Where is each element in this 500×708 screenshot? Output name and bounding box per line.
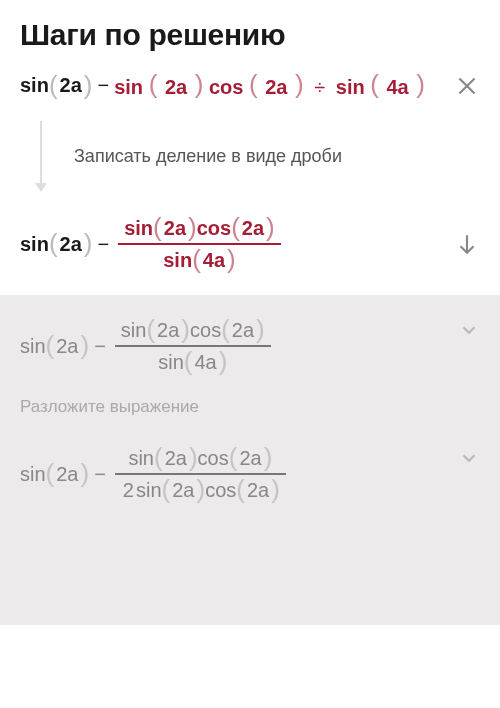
expression-result: sin ( 2a ) − sin ( 2a ) cos ( 2a ) sin xyxy=(20,213,285,275)
paren-open: ( xyxy=(46,460,55,486)
fraction: sin ( 2a ) cos ( 2a ) sin ( 4a ) xyxy=(118,213,281,275)
paren-close: ) xyxy=(189,444,198,470)
arg: 2a xyxy=(54,463,80,486)
arg: 2a xyxy=(240,217,266,240)
fn-sin: sin xyxy=(158,351,184,374)
arg: 2a xyxy=(155,319,181,342)
paren-open: ( xyxy=(184,348,193,374)
arg: 2a xyxy=(163,447,189,470)
arg: 2a xyxy=(162,217,188,240)
minus-op: − xyxy=(89,463,111,486)
step-hint: Разложите выражение xyxy=(20,397,480,417)
paren-close: ) xyxy=(84,72,93,98)
arg: 4a xyxy=(201,249,227,272)
paren-open: ( xyxy=(229,444,238,470)
paren-open: ( xyxy=(249,69,258,99)
chevron-down-icon[interactable] xyxy=(458,319,480,341)
paren-close: ) xyxy=(227,246,236,272)
page-title: Шаги по решению xyxy=(20,18,480,52)
arg: 4a xyxy=(385,76,411,98)
paren-open: ( xyxy=(154,444,163,470)
paren-close: ) xyxy=(271,476,280,502)
paren-open: ( xyxy=(221,316,230,342)
fn-sin: sin xyxy=(336,76,365,98)
fn-cos: cos xyxy=(209,76,243,98)
fn-cos: cos xyxy=(205,479,236,502)
paren-close: ) xyxy=(264,444,273,470)
arg: 2a xyxy=(163,76,189,98)
minus-op: − xyxy=(93,74,115,97)
fn-sin: sin xyxy=(20,74,49,97)
arg: 2a xyxy=(237,447,263,470)
fn-cos: cos xyxy=(198,447,229,470)
arrow-down-icon[interactable] xyxy=(454,231,480,257)
paren-close: ) xyxy=(81,460,90,486)
arg: 2a xyxy=(230,319,256,342)
fn-cos: cos xyxy=(197,217,231,240)
paren-close: ) xyxy=(219,348,228,374)
paren-open: ( xyxy=(146,316,155,342)
paren-open: ( xyxy=(49,230,58,256)
flow-arrow-icon xyxy=(26,121,56,191)
div-op: ÷ xyxy=(309,76,330,98)
arg: 2a xyxy=(245,479,271,502)
minus-op: − xyxy=(89,335,111,358)
paren-open: ( xyxy=(231,214,240,240)
fn-sin: sin xyxy=(20,335,46,358)
arg: 2a xyxy=(58,74,84,97)
coef: 2 xyxy=(121,479,136,502)
paren-open: ( xyxy=(149,69,158,99)
fn-sin: sin xyxy=(124,217,153,240)
paren-close: ) xyxy=(295,69,304,99)
paren-close: ) xyxy=(81,332,90,358)
step-hint: Записать деление в виде дроби xyxy=(74,146,342,167)
arg: 4a xyxy=(192,351,218,374)
expression-input: sin ( 2a ) − sin ( 2a ) cos ( 2a ) ÷ sin… xyxy=(20,72,425,99)
fn-sin: sin xyxy=(163,249,192,272)
paren-open: ( xyxy=(46,332,55,358)
paren-close: ) xyxy=(195,69,204,99)
faded-expression: sin ( 2a ) − sin ( 2a ) cos ( 2a ) sin xyxy=(20,315,275,377)
arg: 2a xyxy=(54,335,80,358)
fn-sin: sin xyxy=(136,479,162,502)
close-icon[interactable] xyxy=(454,73,480,99)
chevron-down-icon[interactable] xyxy=(458,447,480,469)
arg: 2a xyxy=(170,479,196,502)
fn-sin: sin xyxy=(121,319,147,342)
paren-close: ) xyxy=(266,214,275,240)
paren-open: ( xyxy=(162,476,171,502)
arg: 2a xyxy=(58,233,84,256)
paren-close: ) xyxy=(181,316,190,342)
paren-open: ( xyxy=(236,476,245,502)
paren-open: ( xyxy=(192,246,201,272)
arg: 2a xyxy=(263,76,289,98)
paren-open: ( xyxy=(370,69,379,99)
paren-close: ) xyxy=(416,69,425,99)
fn-sin: sin xyxy=(20,463,46,486)
fraction: sin ( 2a ) cos ( 2a ) sin ( 4a ) xyxy=(115,315,271,377)
fraction: sin ( 2a ) cos ( 2a ) 2 sin ( 2a ) cos xyxy=(115,443,286,505)
paren-close: ) xyxy=(196,476,205,502)
faded-expression: sin ( 2a ) − sin ( 2a ) cos ( 2a ) 2 xyxy=(20,443,290,505)
paren-close: ) xyxy=(256,316,265,342)
fn-sin: sin xyxy=(114,76,143,98)
paren-close: ) xyxy=(188,214,197,240)
fn-cos: cos xyxy=(190,319,221,342)
fn-sin: sin xyxy=(128,447,154,470)
fn-sin: sin xyxy=(20,233,49,256)
minus-op: − xyxy=(93,233,115,256)
paren-open: ( xyxy=(153,214,162,240)
paren-close: ) xyxy=(84,230,93,256)
paren-open: ( xyxy=(49,72,58,98)
